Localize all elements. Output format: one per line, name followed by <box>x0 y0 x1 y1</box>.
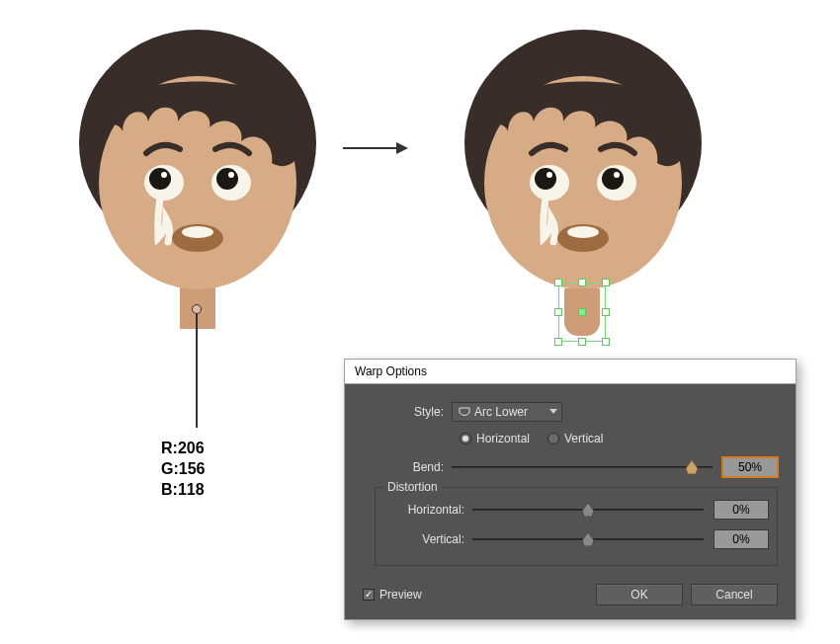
radio-label: Horizontal <box>476 432 530 445</box>
check-icon: ✓ <box>363 589 375 601</box>
arc-lower-icon <box>459 406 470 418</box>
illustration-face-right <box>455 25 712 304</box>
rgb-callout: R:206 G:156 B:118 <box>161 438 205 500</box>
svg-point-17 <box>535 168 556 190</box>
preview-checkbox[interactable]: ✓ Preview <box>363 588 422 602</box>
svg-point-10 <box>182 226 213 238</box>
svg-point-8 <box>228 172 234 178</box>
style-label: Style: <box>363 405 452 419</box>
svg-marker-25 <box>582 532 594 546</box>
distortion-legend: Distortion <box>383 480 442 494</box>
ok-button[interactable]: OK <box>596 584 683 605</box>
preview-label: Preview <box>379 588 422 602</box>
dist-vertical-value[interactable]: 0% <box>714 529 769 549</box>
warp-options-dialog: Warp Options Style: Arc Lower Horizontal… <box>344 359 797 620</box>
svg-point-6 <box>216 168 238 190</box>
dist-horizontal-label: Horizontal: <box>383 503 472 517</box>
radio-label: Vertical <box>564 432 603 445</box>
rgb-r: R:206 <box>161 438 205 458</box>
svg-point-19 <box>546 172 552 178</box>
dist-horizontal-slider[interactable] <box>472 502 704 518</box>
arrow-icon <box>341 138 410 161</box>
bend-slider[interactable] <box>452 459 713 475</box>
svg-marker-12 <box>396 142 408 154</box>
illustration-face-left <box>69 25 326 344</box>
svg-point-22 <box>567 226 599 238</box>
dist-horizontal-value[interactable]: 0% <box>714 500 769 520</box>
rgb-b: B:118 <box>161 479 205 500</box>
svg-point-7 <box>161 172 167 178</box>
bend-label: Bend: <box>363 460 452 474</box>
rgb-g: G:156 <box>161 458 205 479</box>
dialog-title: Warp Options <box>345 360 796 384</box>
svg-point-20 <box>614 172 620 178</box>
distortion-group: Distortion Horizontal: 0% Vertical: <box>375 487 778 566</box>
selection-bounding-box[interactable] <box>558 282 606 342</box>
callout-pointer <box>197 304 207 428</box>
svg-point-5 <box>149 168 171 190</box>
cancel-button[interactable]: Cancel <box>691 584 778 605</box>
svg-marker-24 <box>582 503 594 517</box>
orientation-vertical-radio[interactable]: Vertical <box>547 432 603 445</box>
dist-vertical-label: Vertical: <box>383 532 472 546</box>
style-value: Arc Lower <box>474 405 528 419</box>
chevron-down-icon <box>549 409 557 414</box>
svg-marker-23 <box>686 460 698 474</box>
svg-point-18 <box>602 168 624 190</box>
dist-vertical-slider[interactable] <box>472 531 704 547</box>
bend-value[interactable]: 50% <box>722 457 778 477</box>
style-select[interactable]: Arc Lower <box>452 402 562 422</box>
orientation-horizontal-radio[interactable]: Horizontal <box>460 432 530 445</box>
